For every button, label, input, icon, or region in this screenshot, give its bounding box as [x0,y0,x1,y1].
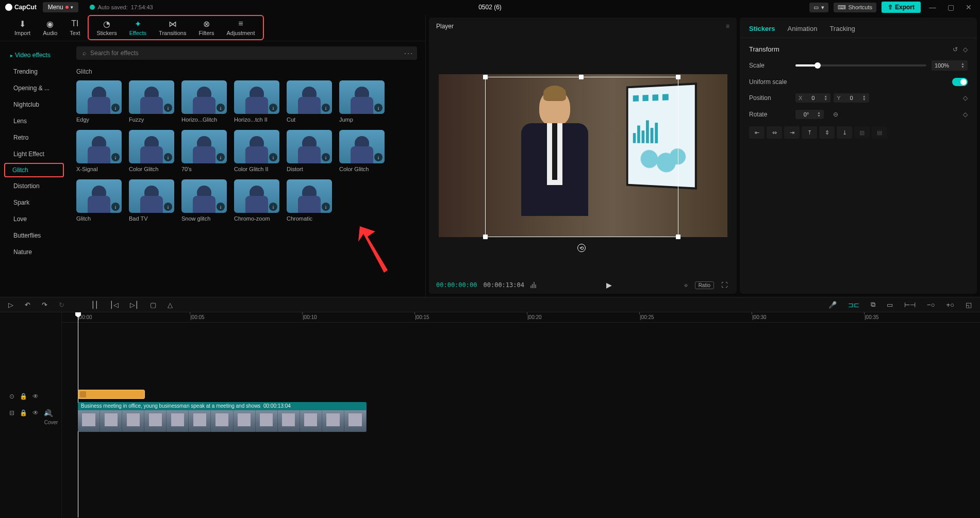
align-top-button[interactable]: ⤒ [802,126,817,139]
download-icon[interactable]: ↓ [269,203,277,211]
effects-tab[interactable]: ✦Effects [123,17,153,38]
sidebar-item-distortion[interactable]: Distortion [4,178,64,194]
menu-button[interactable]: Menu ▾ [43,2,78,12]
trim-left-button[interactable]: ⎮◁ [108,300,121,310]
resize-handle-tc[interactable] [579,75,584,79]
magnet-button[interactable]: ⊐⊏ [846,300,861,310]
download-icon[interactable]: ↓ [269,104,277,112]
timeline-tracks[interactable]: |00:00|00:05|00:10|00:15|00:20|00:25|00:… [62,312,980,517]
rotate-flip-icon[interactable]: ⊖ [833,111,838,118]
effect-thumb[interactable]: ↓Glitch [76,179,122,222]
sidebar-item-trending[interactable]: Trending [4,64,64,79]
preview-button[interactable]: ▭ [885,300,895,310]
download-icon[interactable]: ↓ [111,104,120,112]
effect-preview[interactable]: ↓ [181,130,227,163]
shortcuts-button[interactable]: ⌨ Shortcuts [834,3,876,12]
download-icon[interactable]: ↓ [164,203,172,211]
timeline-ruler[interactable]: |00:00|00:05|00:10|00:15|00:20|00:25|00:… [62,312,980,323]
resize-handle-br[interactable] [676,235,680,239]
effect-preview[interactable]: ↓ [339,130,385,163]
selection-box[interactable]: ⟲ [485,77,678,237]
sidebar-item-nature[interactable]: Nature [4,244,64,260]
sidebar-item-nightclub[interactable]: Nightclub [4,97,64,112]
effect-thumb[interactable]: ↓Color Glitch II [234,130,279,172]
effect-preview[interactable]: ↓ [129,179,174,213]
effect-thumb[interactable]: ↓70's [181,130,227,172]
player-menu-icon[interactable]: ≡ [726,23,729,30]
sidebar-item-lens[interactable]: Lens [4,113,64,129]
rotate-keyframe-icon[interactable]: ◇ [963,111,968,118]
position-x-input[interactable]: X0▲▼ [795,93,830,103]
video-clip[interactable]: Business meeting in office, young busine… [78,402,367,432]
maximize-button[interactable]: ▢ [944,2,957,12]
track-collapse-icon[interactable]: ⊟ [9,409,14,416]
uniform-scale-toggle[interactable] [952,78,968,86]
download-icon[interactable]: ↓ [164,104,172,112]
tab-stickers[interactable]: Stickers [749,25,775,32]
transitions-tab[interactable]: ⋈Transitions [153,17,192,38]
track-visibility-icon[interactable]: 👁 [32,409,39,416]
effect-thumb[interactable]: ↓Distort [287,130,332,172]
effect-preview[interactable]: ↓ [129,80,174,114]
cover-button[interactable]: ✎ Cover [41,406,61,432]
effect-preview[interactable]: ↓ [287,80,332,114]
delete-button[interactable]: ▢ [148,300,158,310]
crop-button[interactable]: ⟐ [682,280,690,290]
split-button[interactable]: ⎮⎮ [89,300,101,310]
search-options-icon[interactable]: ⋯ [404,51,413,56]
reset-transform-icon[interactable]: ↺ [953,46,958,53]
effect-preview[interactable]: ↓ [234,130,279,163]
tab-tracking[interactable]: Tracking [829,25,855,32]
effect-thumb[interactable]: ↓Edgy [76,80,122,123]
download-icon[interactable]: ↓ [322,153,330,161]
sidebar-item-retro[interactable]: Retro [4,130,64,145]
keyframe-transform-icon[interactable]: ◇ [963,46,968,53]
tab-animation[interactable]: Animation [788,25,818,32]
link-button[interactable]: ⧉ [869,299,877,310]
align-hcenter-button[interactable]: ⇔ [767,126,782,139]
effect-thumb[interactable]: ↓Fuzzy [129,80,174,123]
search-bar[interactable]: ⌕ ⋯ [76,46,417,60]
sidebar-item-glitch[interactable]: Glitch [4,163,64,177]
effect-preview[interactable]: ↓ [76,80,122,114]
position-y-input[interactable]: Y0▲▼ [834,93,869,103]
track-options-icon[interactable]: ⊙ [9,393,14,400]
effect-thumb[interactable]: ↓Snow glitch [181,179,227,222]
resize-handle-tr[interactable] [676,75,680,79]
download-icon[interactable]: ↓ [111,153,120,161]
zoom-in-button[interactable]: +○ [944,300,956,310]
fullscreen-button[interactable]: ⛶ [719,280,729,290]
track-lock-icon[interactable]: 🔒 [20,409,27,416]
effect-preview[interactable]: ↓ [181,80,227,114]
trim-right-button[interactable]: ▷⎮ [128,300,141,310]
scale-slider[interactable] [795,64,926,66]
effect-thumb[interactable]: ↓Color Glitch [339,130,385,172]
ratio-button[interactable]: Ratio [695,281,714,289]
play-button[interactable]: ▶ [606,281,612,289]
align-right-button[interactable]: ⇥ [784,126,800,139]
download-icon[interactable]: ↓ [374,104,383,112]
player-viewport[interactable]: ⟲ [429,35,737,276]
download-icon[interactable]: ↓ [111,203,120,211]
align-bottom-button[interactable]: ⤓ [837,126,852,139]
effect-thumb[interactable]: ↓Bad TV [129,179,174,222]
undo-button[interactable]: ↶ [23,300,32,310]
effect-preview[interactable]: ↓ [129,130,174,163]
position-keyframe-icon[interactable]: ◇ [963,94,968,102]
mirror-button[interactable]: △ [165,300,175,310]
adjustment-tab[interactable]: ≡Adjustment [220,17,261,38]
sticker-clip[interactable] [78,390,145,399]
sidebar-header-video-effects[interactable]: Video effects [4,47,64,63]
effect-preview[interactable]: ↓ [339,80,385,114]
pointer-tool[interactable]: ▷ [6,300,15,310]
download-icon[interactable]: ↓ [322,203,330,211]
resize-handle-bl[interactable] [483,235,488,239]
align-vcenter-button[interactable]: ⇕ [819,126,835,139]
audio-tab[interactable]: ◉Audio [37,17,63,38]
redo-button[interactable]: ↷ [40,300,49,310]
resize-handle-tl[interactable] [483,75,488,79]
effect-thumb[interactable]: ↓Jump [339,80,385,123]
close-button[interactable]: ✕ [962,2,975,12]
download-icon[interactable]: ↓ [374,153,383,161]
rotate-input[interactable]: 0°▲▼ [795,110,824,119]
